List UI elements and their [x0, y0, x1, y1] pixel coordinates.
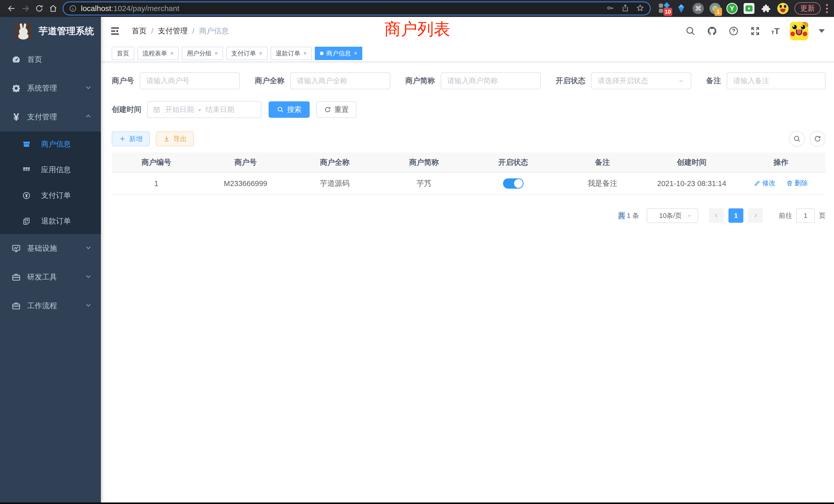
avatar[interactable] [790, 22, 808, 40]
sidebar-item-home[interactable]: 首页 [0, 45, 101, 74]
url-bar[interactable]: localhost:1024/pay/merchant [63, 2, 651, 16]
pagination: 共 1 条 10条/页 1 前往 页 [112, 208, 826, 223]
sidebar-item-label: 首页 [27, 54, 92, 65]
sidebar-item-label: 应用信息 [41, 165, 92, 175]
tab-payment-order[interactable]: 支付订单× [226, 47, 267, 60]
sidebar-toggle-icon[interactable] [109, 25, 122, 38]
goto-page-input[interactable] [796, 208, 815, 223]
logo-rabbit-image [15, 23, 32, 40]
merchant-no-label: 商户号 [112, 76, 134, 86]
sidebar-item-label: 工作流程 [27, 301, 85, 311]
tab-merchant-info[interactable]: 商户信息× [315, 47, 362, 60]
sidebar-item-workflow[interactable]: 工作流程 [0, 292, 101, 320]
merchant-table: 商户编号 商户号 商户全称 商户简称 开启状态 备注 创建时间 操作 1 [112, 153, 826, 195]
toolbox-icon [11, 300, 22, 311]
y-extension-icon[interactable]: Y [726, 3, 738, 14]
share-icon[interactable] [621, 4, 629, 13]
close-icon[interactable]: × [354, 50, 357, 57]
status-select[interactable]: 请选择开启状态 [591, 72, 691, 89]
tab-process-form[interactable]: 流程表单× [137, 47, 179, 60]
tab-home[interactable]: 首页 [112, 47, 134, 60]
prev-page-button[interactable] [709, 208, 724, 223]
tab-manager-extension-icon[interactable]: 10 [658, 3, 670, 14]
pencil-icon [754, 180, 761, 187]
add-button[interactable]: 新增 [112, 131, 150, 146]
merchant-short-input[interactable] [441, 72, 541, 89]
header-search-icon[interactable] [685, 25, 696, 37]
site-info-icon[interactable] [69, 5, 77, 12]
help-icon[interactable] [728, 25, 739, 37]
browser-menu-icon[interactable] [824, 3, 829, 14]
fullscreen-icon[interactable] [749, 25, 761, 37]
extension-badge: 10 [663, 8, 672, 16]
chat-extension-icon[interactable] [743, 3, 755, 14]
password-key-icon[interactable] [606, 4, 614, 13]
breadcrumb-current: 商户信息 [199, 26, 229, 36]
reset-button[interactable]: 重置 [316, 101, 356, 118]
browser-home-icon[interactable] [46, 2, 60, 16]
browser-back-icon[interactable] [5, 2, 19, 16]
status-toggle[interactable] [503, 178, 524, 189]
browser-forward-icon[interactable] [19, 2, 32, 16]
close-icon[interactable]: × [304, 50, 307, 57]
sidebar-logo[interactable]: 芋道管理系统 [0, 17, 101, 45]
content: 商户号 商户全称 商户简称 开启状态 请选择开启状态 [101, 62, 834, 502]
page-unit-label: 页 [819, 211, 826, 220]
screen-bottom-edge [0, 502, 834, 504]
breadcrumb-home[interactable]: 首页 [132, 26, 147, 36]
merchant-name-input[interactable] [290, 72, 390, 89]
extension-badge: 1 [714, 8, 722, 16]
remark-input[interactable] [727, 72, 826, 89]
edit-link[interactable]: 修改 [754, 179, 775, 188]
sidebar-item-refund-order[interactable]: 退款订单 [0, 208, 101, 234]
search-icon [277, 106, 284, 113]
sidebar-item-system-management[interactable]: 系统管理 [0, 74, 101, 102]
next-page-button[interactable] [748, 208, 763, 223]
toggle-search-button[interactable] [789, 131, 805, 147]
merchant-no-input[interactable] [140, 72, 240, 89]
sidebar-item-app-info[interactable]: 应用信息 [0, 157, 101, 183]
page-size-select[interactable]: 10条/页 [647, 208, 698, 223]
col-status: 开启状态 [468, 153, 558, 173]
page-number-current[interactable]: 1 [728, 208, 743, 223]
github-icon[interactable] [706, 25, 718, 37]
col-create-time: 创建时间 [647, 153, 737, 173]
yen-circle-icon [21, 190, 32, 201]
close-icon[interactable]: × [259, 50, 262, 57]
table-header-row: 商户编号 商户号 商户全称 商户简称 开启状态 备注 创建时间 操作 [112, 153, 826, 173]
refresh-table-button[interactable] [810, 131, 826, 147]
screen: localhost:1024/pay/merchant 10 [0, 0, 834, 504]
browser-reload-icon[interactable] [32, 2, 46, 16]
tab-refund-order[interactable]: 退款订单× [271, 47, 312, 60]
date-range-picker[interactable]: 开始日期 - 结束日期 [147, 101, 261, 118]
close-icon[interactable]: × [215, 50, 218, 57]
breadcrumb-payment[interactable]: 支付管理 [158, 26, 188, 36]
col-remark: 备注 [558, 153, 647, 173]
sidebar-item-infrastructure[interactable]: 基础设施 [0, 234, 101, 263]
sidebar-item-merchant-info[interactable]: 商户信息 [0, 131, 101, 157]
delete-link[interactable]: 删除 [786, 179, 808, 188]
bookmark-star-icon[interactable] [636, 4, 644, 13]
export-button[interactable]: 导出 [156, 131, 194, 146]
tab-user-group[interactable]: 用户分组× [182, 47, 223, 60]
proxy-extension-icon[interactable]: 1 [709, 3, 721, 14]
extensions-puzzle-icon[interactable] [760, 3, 772, 14]
sidebar-item-payment-order[interactable]: 支付订单 [0, 183, 101, 208]
command-extension-icon[interactable]: ⌘ [692, 3, 704, 14]
sidebar-item-label: 系统管理 [27, 83, 85, 93]
sidebar-item-dev-tools[interactable]: 研发工具 [0, 263, 101, 292]
close-icon[interactable]: × [170, 50, 174, 57]
font-size-icon[interactable]: тT [771, 26, 780, 36]
emoji-extension-icon[interactable] [777, 3, 789, 14]
search-button[interactable]: 搜索 [269, 101, 310, 118]
avatar-caret-icon[interactable] [818, 29, 825, 33]
cell-remark: 我是备注 [558, 173, 647, 194]
cell-merchant-no: M233666999 [201, 173, 290, 194]
store-icon [21, 139, 32, 150]
merchant-short-label: 商户简称 [405, 76, 435, 86]
sidebar-item-payment-management[interactable]: ¥ 支付管理 [0, 102, 101, 131]
gem-extension-icon[interactable] [675, 3, 687, 14]
table-toolbar: 新增 导出 [112, 131, 826, 147]
browser-update-button[interactable]: 更新 [794, 2, 821, 15]
url-host: localhost [81, 4, 111, 13]
